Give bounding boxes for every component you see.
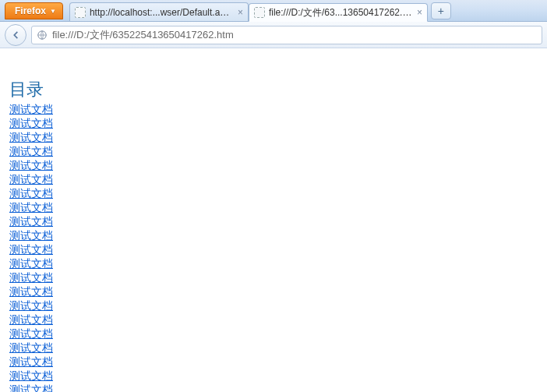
list-item: 测试文档: [9, 285, 547, 299]
toc-link[interactable]: 测试文档: [9, 202, 53, 214]
list-item: 测试文档: [9, 341, 547, 355]
list-item: 测试文档: [9, 243, 547, 257]
list-item: 测试文档: [9, 103, 547, 117]
urlbar[interactable]: file:///D:/文件/635225413650417262.htm: [31, 26, 542, 44]
toc-link-list: 测试文档测试文档测试文档测试文档测试文档测试文档测试文档测试文档测试文档测试文档…: [9, 103, 547, 392]
list-item: 测试文档: [9, 355, 547, 369]
list-item: 测试文档: [9, 299, 547, 313]
toc-link[interactable]: 测试文档: [9, 314, 53, 326]
list-item: 测试文档: [9, 271, 547, 285]
toc-link[interactable]: 测试文档: [9, 216, 53, 228]
page-content: 目录 测试文档测试文档测试文档测试文档测试文档测试文档测试文档测试文档测试文档测…: [0, 48, 547, 392]
toc-title: 目录: [9, 78, 547, 101]
toc-link[interactable]: 测试文档: [9, 370, 53, 382]
list-item: 测试文档: [9, 327, 547, 341]
globe-icon: [37, 30, 48, 41]
toc-link[interactable]: 测试文档: [9, 272, 53, 284]
list-item: 测试文档: [9, 131, 547, 145]
toc-link[interactable]: 测试文档: [9, 286, 53, 298]
tab-label: file:///D:/文件/63...13650417262.htm: [269, 6, 412, 19]
toc-link[interactable]: 测试文档: [9, 104, 53, 115]
toc-link[interactable]: 测试文档: [9, 160, 53, 171]
title-bar: Firefox ▼ http://localhost:...wser/Defau…: [0, 0, 547, 22]
list-item: 测试文档: [9, 201, 547, 215]
back-button[interactable]: [5, 24, 26, 46]
tabstrip: http://localhost:...wser/Default.aspx × …: [69, 0, 451, 21]
list-item: 测试文档: [9, 383, 547, 392]
list-item: 测试文档: [9, 313, 547, 327]
new-tab-button[interactable]: +: [431, 2, 451, 19]
toc-link[interactable]: 测试文档: [9, 300, 53, 312]
toc-link[interactable]: 测试文档: [9, 188, 53, 200]
arrow-left-icon: [10, 30, 21, 41]
toc-link[interactable]: 测试文档: [9, 342, 53, 354]
list-item: 测试文档: [9, 257, 547, 271]
list-item: 测试文档: [9, 187, 547, 201]
toc-link[interactable]: 测试文档: [9, 258, 53, 270]
toc-link[interactable]: 测试文档: [9, 146, 53, 157]
toc-link[interactable]: 测试文档: [9, 230, 53, 242]
tab-label: http://localhost:...wser/Default.aspx: [90, 7, 233, 18]
tab-close-button[interactable]: ×: [238, 8, 243, 17]
toc-link[interactable]: 测试文档: [9, 244, 53, 256]
list-item: 测试文档: [9, 173, 547, 187]
chevron-down-icon: ▼: [50, 8, 56, 15]
toc-link[interactable]: 测试文档: [9, 356, 53, 368]
page-favicon-icon: [75, 7, 86, 18]
plus-icon: +: [438, 5, 444, 17]
tab-close-button[interactable]: ×: [417, 8, 422, 17]
page-favicon-icon: [254, 7, 265, 18]
tab[interactable]: file:///D:/文件/63...13650417262.htm ×: [249, 3, 428, 22]
list-item: 测试文档: [9, 215, 547, 229]
toolbar: file:///D:/文件/635225413650417262.htm: [0, 22, 547, 48]
toc-link[interactable]: 测试文档: [9, 118, 53, 129]
toc-link[interactable]: 测试文档: [9, 174, 53, 185]
toc-link[interactable]: 测试文档: [9, 328, 53, 340]
list-item: 测试文档: [9, 145, 547, 159]
list-item: 测试文档: [9, 159, 547, 173]
firefox-menu-label: Firefox: [15, 5, 46, 16]
tab[interactable]: http://localhost:...wser/Default.aspx ×: [69, 2, 249, 21]
list-item: 测试文档: [9, 229, 547, 243]
firefox-menu-button[interactable]: Firefox ▼: [5, 2, 63, 19]
list-item: 测试文档: [9, 117, 547, 131]
url-text: file:///D:/文件/635225413650417262.htm: [52, 28, 537, 42]
toc-link[interactable]: 测试文档: [9, 132, 53, 143]
toc-link[interactable]: 测试文档: [9, 384, 53, 392]
list-item: 测试文档: [9, 369, 547, 383]
